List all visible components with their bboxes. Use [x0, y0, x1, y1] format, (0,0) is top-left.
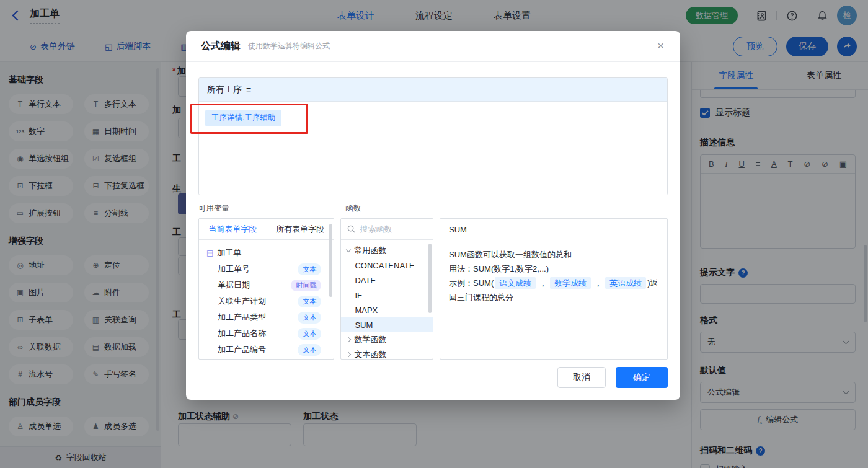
variable-row[interactable]: 关联生产计划文本: [199, 293, 334, 309]
example-separator: ，: [594, 278, 602, 288]
function-item[interactable]: SUM: [341, 317, 433, 332]
variable-row[interactable]: 加工单号文本: [199, 261, 334, 277]
function-item[interactable]: DATE: [341, 273, 433, 288]
example-separator: ，: [539, 278, 547, 288]
functions-panel: 搜索函数 常用函数CONCATENATEDATEIFMAPXSUM数学函数文本函…: [340, 218, 433, 360]
chevron-right-icon: [346, 352, 351, 357]
functions-scrollbar[interactable]: [428, 244, 432, 313]
formula-target: 所有工序: [207, 84, 242, 95]
doc-line-3: 示例：SUM(语文成绩，数学成绩，英语成绩)返回三门课程的总分: [449, 276, 658, 304]
function-item[interactable]: CONCATENATE: [341, 258, 433, 273]
variables-panel: 当前表单字段所有表单字段 ▤加工单加工单号文本单据日期时间戳关联生产计划文本加工…: [198, 218, 334, 360]
variable-name: 加工单号: [218, 263, 250, 275]
file-icon: ▤: [206, 249, 213, 257]
function-group[interactable]: 数学函数: [341, 332, 433, 347]
variables-form-node[interactable]: ▤加工单: [199, 245, 334, 261]
function-group[interactable]: 常用函数: [341, 243, 433, 258]
variable-row[interactable]: 单据日期时间戳: [199, 277, 334, 293]
formula-editor[interactable]: 所有工序 = 工序详情.工序辅助: [198, 77, 668, 195]
variable-name: 单据日期: [218, 280, 250, 291]
function-item[interactable]: MAPX: [341, 302, 433, 317]
functions-label: 函数: [345, 203, 361, 214]
doc-line-1: SUM函数可以获取一组数值的总和: [449, 247, 658, 262]
formula-modal: 公式编辑 使用数学运算符编辑公式 × 所有工序 = 工序详情.工序辅助 可用变量…: [186, 31, 680, 400]
variable-name: 加工产品类型: [218, 312, 266, 323]
cancel-button[interactable]: 取消: [557, 367, 606, 388]
variable-type-badge: 文本: [298, 344, 321, 356]
example-tag: 数学成绩: [550, 277, 591, 289]
variable-type-badge: 时间戳: [291, 280, 321, 291]
formula-target-row: 所有工序 =: [199, 78, 667, 102]
search-placeholder: 搜索函数: [360, 224, 392, 235]
function-doc-panel: SUM SUM函数可以获取一组数值的总和 用法：SUM(数字1,数字2,...)…: [440, 218, 668, 360]
confirm-button[interactable]: 确定: [616, 367, 668, 388]
variables-scrollbar[interactable]: [329, 224, 332, 297]
search-icon: [347, 225, 355, 233]
variable-row[interactable]: 加工产品类型文本: [199, 309, 334, 325]
modal-title: 公式编辑: [201, 40, 241, 53]
formula-variable-tag[interactable]: 工序详情.工序辅助: [205, 110, 281, 126]
variables-label: 可用变量: [198, 203, 229, 214]
variables-tab[interactable]: 所有表单字段: [267, 219, 334, 239]
variable-type-badge: 文本: [298, 296, 321, 307]
variable-row[interactable]: 加工产品编号文本: [199, 342, 334, 358]
function-item[interactable]: IF: [341, 288, 433, 302]
modal-subtitle: 使用数学运算符编辑公式: [248, 41, 330, 51]
variable-name: 关联生产计划: [218, 296, 266, 307]
chevron-down-icon: [346, 247, 351, 252]
variable-name: 加工产品名称: [218, 328, 266, 339]
close-icon[interactable]: ×: [657, 40, 664, 51]
function-search-input[interactable]: 搜索函数: [341, 219, 433, 240]
variable-type-badge: 文本: [298, 312, 321, 324]
function-doc-title: SUM: [440, 219, 667, 241]
variable-type-badge: 文本: [298, 263, 321, 275]
chevron-right-icon: [346, 337, 351, 342]
variables-tab[interactable]: 当前表单字段: [199, 219, 267, 239]
variable-name: 加工产品编号: [218, 344, 266, 355]
doc-line-2: 用法：SUM(数字1,数字2,...): [449, 262, 658, 276]
example-tag: 英语成绩: [605, 277, 646, 289]
variable-row[interactable]: 加工产品名称文本: [199, 325, 334, 342]
example-tag: 语文成绩: [495, 277, 536, 289]
function-group[interactable]: 文本函数: [341, 347, 433, 360]
formula-expression-area[interactable]: 工序详情.工序辅助: [199, 102, 667, 195]
variable-type-badge: 文本: [298, 328, 321, 340]
